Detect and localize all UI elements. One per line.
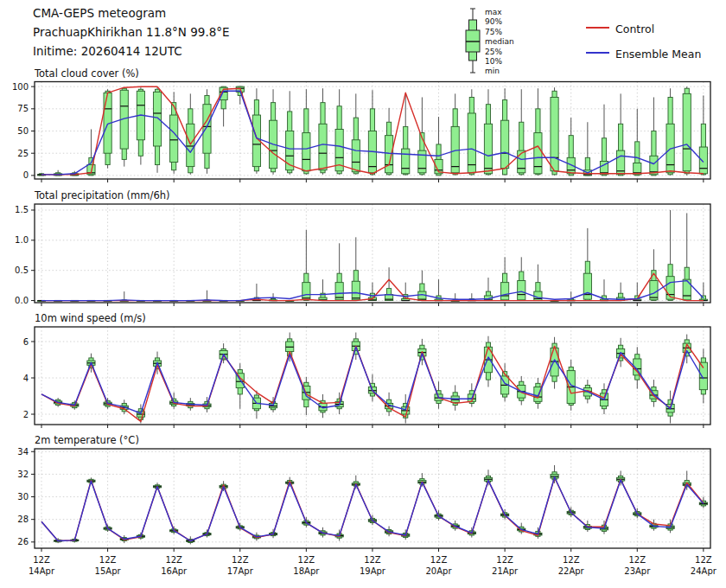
panel-title: 2m temperature (°C) (35, 434, 139, 446)
x-tick-date: 20Apr (426, 566, 453, 576)
y-tick-label: 28 (17, 514, 29, 524)
x-tick-date: 14Apr (29, 566, 55, 576)
y-tick-label: 32 (17, 470, 29, 479)
x-tick-time: 12Z (430, 555, 448, 565)
y-tick-label: 75 (17, 104, 29, 113)
y-tick-label: 4 (23, 374, 29, 383)
x-tick-time: 12Z (99, 555, 117, 565)
x-tick-date: 16Apr (161, 566, 188, 576)
x-tick-time: 12Z (232, 555, 249, 565)
y-tick-label: 25 (17, 149, 29, 158)
x-tick-date: 23Apr (624, 566, 651, 576)
y-tick-label: 0.5 (15, 265, 29, 275)
meteogram-figure: CMA-GEPS meteogram PrachuapKhirikhan 11.… (0, 0, 726, 588)
x-tick-date: 15Apr (95, 566, 122, 576)
panel-temperature: 26283032342m temperature (°C) (17, 434, 710, 552)
meteogram-panels: 0255075100Total cloud cover (%)0.00.51.0… (0, 0, 726, 588)
panel-precip: 0.00.51.01.5Total precipitation (mm/6h) (15, 189, 710, 306)
x-tick-time: 12Z (629, 555, 646, 565)
y-tick-label: 0 (23, 170, 29, 180)
x-tick-time: 12Z (563, 555, 580, 565)
panel-wind: 24610m wind speed (m/s) (23, 312, 710, 428)
x-tick-time: 12Z (496, 555, 513, 565)
x-tick-time: 12Z (165, 555, 182, 565)
y-tick-label: 1.0 (15, 235, 29, 245)
y-tick-label: 34 (17, 447, 29, 457)
y-tick-label: 6 (23, 337, 29, 347)
y-tick-label: 30 (17, 492, 29, 502)
panel-title: 10m wind speed (m/s) (35, 312, 146, 324)
x-tick-date: 22Apr (558, 566, 585, 576)
x-axis-labels: 12Z14Apr12Z15Apr12Z16Apr12Z17Apr12Z18Apr… (29, 555, 717, 576)
x-tick-time: 12Z (695, 555, 712, 565)
y-tick-label: 26 (17, 537, 29, 546)
y-tick-label: 1.5 (15, 205, 29, 214)
panel-title: Total precipitation (mm/6h) (34, 189, 169, 201)
panel-cloud: 0255075100Total cloud cover (%) (12, 67, 710, 183)
x-tick-date: 17Apr (227, 566, 254, 576)
panel-title: Total cloud cover (%) (34, 67, 139, 80)
x-tick-date: 24Apr (691, 566, 717, 576)
y-tick-label: 100 (12, 82, 29, 92)
y-tick-label: 0.0 (15, 296, 29, 305)
x-tick-date: 21Apr (492, 566, 519, 576)
y-tick-label: 2 (23, 410, 29, 419)
x-tick-time: 12Z (364, 555, 381, 565)
y-tick-label: 50 (17, 126, 29, 136)
x-tick-time: 12Z (33, 555, 50, 565)
x-tick-date: 18Apr (293, 566, 320, 576)
x-tick-time: 12Z (298, 555, 315, 565)
x-tick-date: 19Apr (360, 566, 386, 576)
